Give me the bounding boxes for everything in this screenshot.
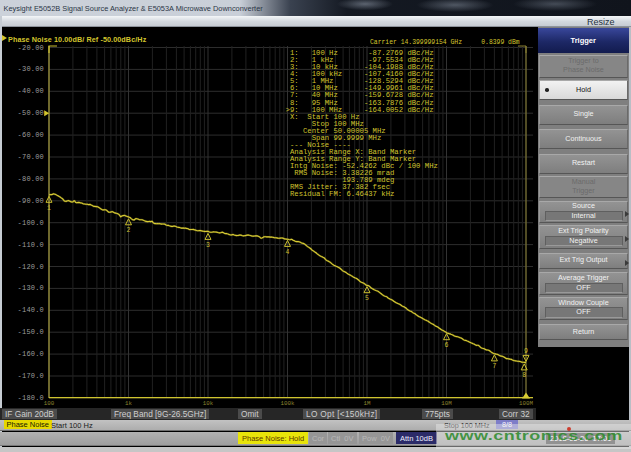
svg-text:3: 3 <box>206 242 210 249</box>
svg-text:4: 4 <box>286 249 290 256</box>
svg-text:1: 1 <box>47 205 51 212</box>
svg-text:5: 5 <box>365 295 369 302</box>
svg-text:6: 6 <box>445 342 449 349</box>
svg-text:9: 9 <box>524 348 528 355</box>
svg-text:2: 2 <box>127 227 131 234</box>
svg-text:8: 8 <box>522 372 526 379</box>
svg-text:7: 7 <box>492 363 496 370</box>
